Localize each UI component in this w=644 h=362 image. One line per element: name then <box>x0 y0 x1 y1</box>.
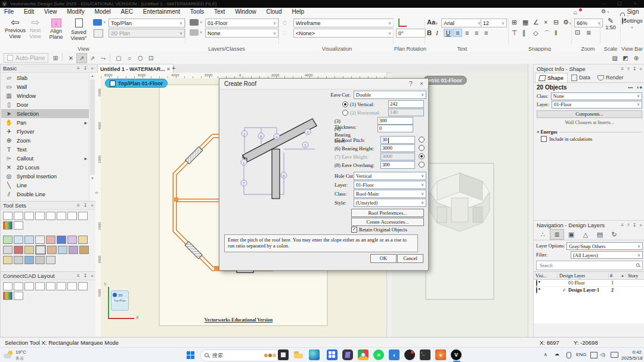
tool-2d-locus[interactable]: ✕2D Locus <box>1 163 89 172</box>
pin-icon[interactable]: ↧ <box>633 66 637 72</box>
visibility-eye-icon[interactable] <box>536 280 537 286</box>
tray-expand-icon[interactable]: ∧ <box>544 352 547 357</box>
tab-data[interactable]: Data <box>568 73 594 82</box>
new-tab-button[interactable]: + <box>172 64 175 72</box>
snap-distance-icon[interactable]: ⊤ <box>512 29 518 37</box>
connectcad-header[interactable]: ConnectCAD Layout ≡ ↧ × <box>1 272 96 280</box>
italic-button[interactable]: I <box>436 29 438 36</box>
ccad-icon[interactable] <box>14 282 23 290</box>
gear-icon[interactable]: ⚙ ∨ <box>601 8 609 14</box>
scroll-track[interactable] <box>90 79 95 175</box>
font-dropdown[interactable]: Arial∨ <box>441 18 483 27</box>
thickness-field[interactable]: 300 <box>377 117 413 125</box>
hamburger-icon[interactable]: ≡ <box>77 203 80 208</box>
plan-mode-dropdown[interactable]: 2D Plan∨ <box>109 29 185 38</box>
snapping-settings-icon[interactable]: ⚙∨ <box>563 18 571 26</box>
multiple-object-mode-icon[interactable]: ⇗ <box>87 53 98 63</box>
nav-references-icon[interactable]: ∴ <box>535 229 550 240</box>
language-indicator[interactable]: ENG <box>576 352 586 357</box>
menu-window[interactable]: Window <box>231 8 261 16</box>
nav-sheet-layers-icon[interactable]: ▣ <box>564 229 578 240</box>
plan-rotation-field[interactable]: 0° <box>396 29 426 38</box>
view-bar-settings-button[interactable]: Settings∨ <box>622 18 642 30</box>
roof-preferences-button[interactable]: Roof Preferences... <box>351 209 424 217</box>
oi-class-dropdown[interactable]: None∨ <box>551 92 642 100</box>
toolset-door-icon[interactable] <box>35 245 46 255</box>
tool-sets-header[interactable]: Tool Sets ≡ ↧ × <box>1 202 96 210</box>
toolset-machine-icon[interactable] <box>24 246 34 254</box>
toolset-icon[interactable] <box>3 221 13 230</box>
toolset-beam-icon[interactable] <box>14 256 23 264</box>
pager-icon[interactable]: ◖● <box>636 85 642 90</box>
fit-page-icon[interactable]: ⧈ <box>587 29 591 36</box>
navigation-header[interactable]: Navigation - Design Layers ≡ ? ↧ × <box>534 221 644 229</box>
tool-slab[interactable]: ▱Slab <box>1 73 89 82</box>
maximize-button[interactable]: ▢ <box>613 0 626 7</box>
layer-table-header[interactable]: Visi... Design Layer # ▲ Story <box>534 271 644 280</box>
snap-smart-points-icon[interactable]: ∥ <box>522 29 526 37</box>
marquee-polygon-icon[interactable]: ⬡ <box>135 53 145 63</box>
components-button[interactable]: Components... <box>537 110 642 118</box>
align-right-icon[interactable]: ≡ <box>484 29 488 36</box>
tab-render[interactable]: Render <box>594 73 627 82</box>
minimize-button[interactable]: – <box>597 0 611 7</box>
tool-text[interactable]: TText <box>1 145 89 154</box>
hamburger-icon[interactable]: ≡ <box>77 273 80 279</box>
pin-icon[interactable]: ↧ <box>633 222 637 228</box>
help-icon[interactable]: ? <box>627 222 629 228</box>
scroll-down-icon[interactable]: ▼ <box>89 175 95 181</box>
snap-object-icon[interactable]: ▦ <box>522 18 528 26</box>
tool-zoom[interactable]: ⊕Zoom <box>1 136 89 145</box>
marquee-rect-icon[interactable]: ▢ <box>113 53 124 63</box>
menu-view[interactable]: View <box>40 8 61 16</box>
toolset-grid-icon[interactable] <box>35 236 45 244</box>
tool-pan[interactable]: ✋Pan▶ <box>1 118 89 127</box>
toolset-roof-icon[interactable] <box>14 246 23 254</box>
tool-window[interactable]: ▥Window <box>1 91 89 100</box>
snap-angle-icon[interactable]: ∠ <box>533 18 539 26</box>
bold-button[interactable]: B <box>427 29 432 36</box>
render-mode-dropdown[interactable]: Wireframe∨ <box>293 18 394 27</box>
toolset-icon[interactable] <box>14 212 23 220</box>
pin-icon[interactable]: ↧ <box>83 66 88 71</box>
create-accessories-button[interactable]: Create Accessories... <box>351 218 424 226</box>
layer-row[interactable]: 01-Floor 1 <box>534 280 644 287</box>
view-orientation-widget[interactable]: 2D Top/Plan <box>111 290 129 311</box>
menu-entertainment[interactable]: Entertainment <box>139 8 184 16</box>
taskbar-search[interactable]: 搜索 <box>200 349 280 361</box>
weather-widget[interactable]: 19°C 多云 <box>4 349 26 361</box>
roof-pitch-field[interactable]: 30 <box>380 136 415 144</box>
eave-cut-dropdown[interactable]: Double∨ <box>354 91 426 99</box>
toolset-icon[interactable] <box>78 212 88 220</box>
toolset-lighting-icon[interactable] <box>78 236 88 244</box>
layers-icon[interactable] <box>190 19 199 26</box>
close-icon[interactable]: × <box>639 66 642 72</box>
start-button[interactable] <box>185 349 196 360</box>
tool-flyover[interactable]: ✈Flyover <box>1 127 89 136</box>
unrestricted-mode-icon[interactable]: ⤳ <box>98 53 109 63</box>
iso-view-pill[interactable]: etric 01-Floor <box>423 76 467 85</box>
ccad-icon[interactable] <box>35 282 45 290</box>
tool-double-line[interactable]: ⫽Double Line <box>1 190 89 199</box>
close-button[interactable]: × <box>628 0 642 7</box>
toolset-icon[interactable] <box>57 212 66 220</box>
printer-icon[interactable] <box>611 352 618 358</box>
toolset-truck-icon[interactable] <box>69 246 78 254</box>
snap-grid-icon[interactable]: ⊞ <box>512 18 517 26</box>
layer-options-dropdown[interactable]: Gray/Snap Others∨ <box>566 242 643 250</box>
menu-cloud[interactable]: Cloud <box>262 8 286 16</box>
tool-line[interactable]: ╲Line <box>1 181 89 190</box>
nav-design-layers-icon[interactable]: ≣ <box>550 229 564 240</box>
vectorworks-taskbar-icon[interactable]: V <box>451 349 462 360</box>
menu-text[interactable]: Text <box>210 8 229 16</box>
tool-door[interactable]: ▯Door <box>1 100 89 109</box>
tool-symbol-insertion[interactable]: ◎Symbol Insertion <box>1 172 89 181</box>
layer-dropdown[interactable]: 01-Floor∨ <box>205 18 278 27</box>
tab-shape[interactable]: Shape <box>535 73 568 82</box>
tab-close-icon[interactable]: × <box>167 66 170 72</box>
zoom-dropdown[interactable]: 66%∨ <box>574 18 603 27</box>
col-number[interactable]: # <box>609 273 621 279</box>
col-design-layer[interactable]: Design Layer <box>558 273 609 279</box>
font-size-dropdown[interactable]: 12∨ <box>481 18 507 27</box>
align-left-icon[interactable]: ≡ <box>465 29 469 36</box>
